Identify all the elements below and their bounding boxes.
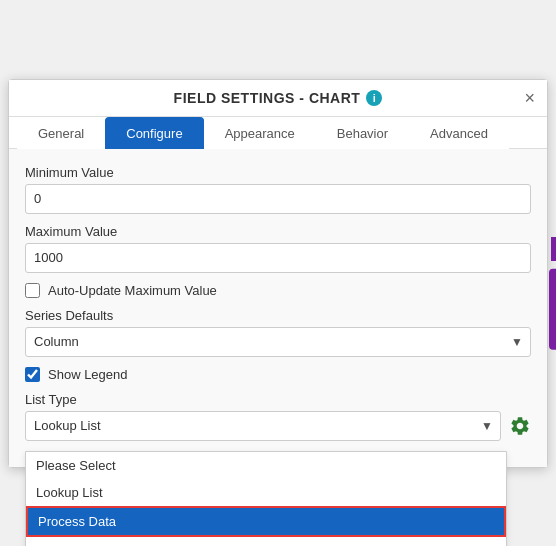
tab-advanced[interactable]: Advanced (409, 117, 509, 149)
min-value-group: Minimum Value (25, 165, 531, 214)
series-defaults-select[interactable]: Column Line Bar (25, 327, 531, 357)
gear-icon (509, 415, 531, 437)
dropdown-item-process-data[interactable]: Process Data (26, 506, 506, 537)
app-data-tab[interactable]: App Data (549, 269, 556, 350)
min-value-label: Minimum Value (25, 165, 531, 180)
show-legend-checkbox[interactable] (25, 367, 40, 382)
list-type-wrapper: Please Select Lookup List Process Data T… (25, 411, 501, 441)
min-value-input[interactable] (25, 184, 531, 214)
list-type-row: Please Select Lookup List Process Data T… (25, 411, 531, 441)
tab-behavior[interactable]: Behavior (316, 117, 409, 149)
max-value-label: Maximum Value (25, 224, 531, 239)
series-defaults-label: Series Defaults (25, 308, 531, 323)
modal-header: FIELD SETTINGS - CHART i × (9, 80, 547, 117)
show-legend-row: Show Legend (25, 367, 531, 382)
tab-general[interactable]: General (17, 117, 105, 149)
max-value-group: Maximum Value (25, 224, 531, 273)
tab-configure[interactable]: Configure (105, 117, 203, 149)
tabs-bar: General Configure Appearance Behavior Ad… (9, 117, 547, 149)
list-type-label: List Type (25, 392, 531, 407)
series-defaults-wrapper: Column Line Bar ▼ (25, 327, 531, 357)
modal-body: Minimum Value Maximum Value Auto-Update … (9, 149, 547, 467)
max-value-input[interactable] (25, 243, 531, 273)
series-defaults-group: Series Defaults Column Line Bar ▼ (25, 308, 531, 357)
info-icon[interactable]: i (366, 90, 382, 106)
list-type-select[interactable]: Please Select Lookup List Process Data T… (25, 411, 501, 441)
modal-title: FIELD SETTINGS - CHART (174, 90, 361, 106)
auto-update-label: Auto-Update Maximum Value (48, 283, 217, 298)
auto-update-row: Auto-Update Maximum Value (25, 283, 531, 298)
dropdown-item-triggered[interactable]: Triggered from Auto-Lookup / Pop-Up Sele… (26, 537, 506, 547)
close-button[interactable]: × (524, 89, 535, 107)
tab-appearance[interactable]: Appearance (204, 117, 316, 149)
auto-update-checkbox[interactable] (25, 283, 40, 298)
dropdown-item-please-select[interactable]: Please Select (26, 452, 506, 479)
list-type-group: List Type Please Select Lookup List Proc… (25, 392, 531, 441)
gear-button[interactable] (509, 415, 531, 437)
app-data-chevron[interactable]: ❮ (551, 237, 556, 261)
field-settings-modal: FIELD SETTINGS - CHART i × General Confi… (8, 79, 548, 468)
dropdown-item-lookup-list[interactable]: Lookup List (26, 479, 506, 506)
dropdown-menu: Please Select Lookup List Process Data T… (25, 451, 507, 547)
show-legend-label: Show Legend (48, 367, 128, 382)
